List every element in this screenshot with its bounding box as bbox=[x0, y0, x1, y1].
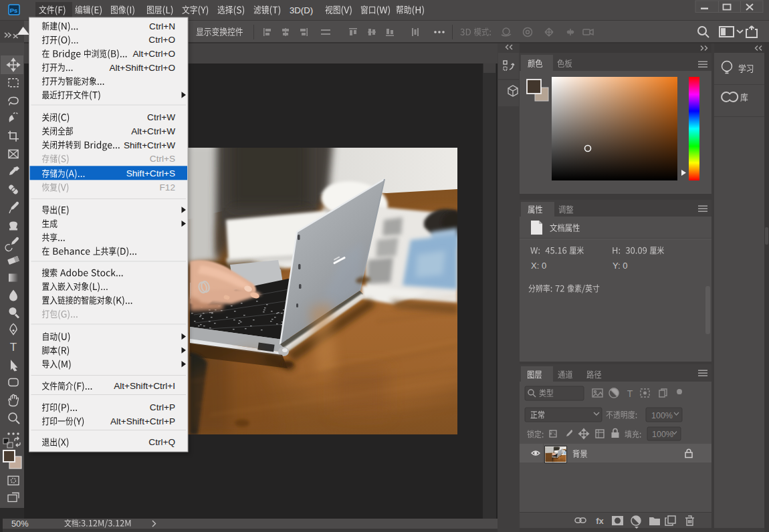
svg-text:Alt+Shift+Ctrl+O: Alt+Shift+Ctrl+O bbox=[109, 63, 175, 73]
svg-text:T: T bbox=[10, 341, 17, 354]
svg-text:Ctrl+O: Ctrl+O bbox=[148, 35, 175, 45]
svg-text:Alt+Ctrl+O: Alt+Ctrl+O bbox=[133, 49, 175, 59]
svg-text:Alt+Shift+Ctrl+P: Alt+Shift+Ctrl+P bbox=[110, 416, 175, 426]
svg-text:Ctrl+P: Ctrl+P bbox=[150, 402, 175, 412]
svg-text:Ctrl+W: Ctrl+W bbox=[147, 112, 175, 122]
svg-text:100%: 100% bbox=[652, 430, 673, 439]
svg-text:Alt+Ctrl+W: Alt+Ctrl+W bbox=[131, 126, 175, 136]
svg-text:F12: F12 bbox=[160, 182, 175, 192]
svg-text:fx: fx bbox=[596, 516, 604, 526]
svg-text:X: 0: X: 0 bbox=[531, 261, 546, 271]
svg-text:3D(D): 3D(D) bbox=[290, 5, 313, 15]
svg-text:Shift+Ctrl+S: Shift+Ctrl+S bbox=[126, 168, 175, 178]
svg-text:100%: 100% bbox=[651, 411, 673, 420]
svg-text:Alt+Shift+Ctrl+I: Alt+Shift+Ctrl+I bbox=[114, 381, 175, 391]
svg-text:T: T bbox=[627, 388, 633, 399]
svg-text:Ctrl+Q: Ctrl+Q bbox=[148, 437, 175, 447]
svg-text:Ps: Ps bbox=[10, 7, 18, 14]
svg-text:Y: 0: Y: 0 bbox=[613, 261, 627, 271]
svg-text:Ctrl+N: Ctrl+N bbox=[149, 21, 175, 31]
svg-text:Shift+Ctrl+W: Shift+Ctrl+W bbox=[124, 140, 175, 150]
svg-text:Ctrl+S: Ctrl+S bbox=[150, 154, 175, 164]
svg-text:50%: 50% bbox=[11, 519, 29, 529]
